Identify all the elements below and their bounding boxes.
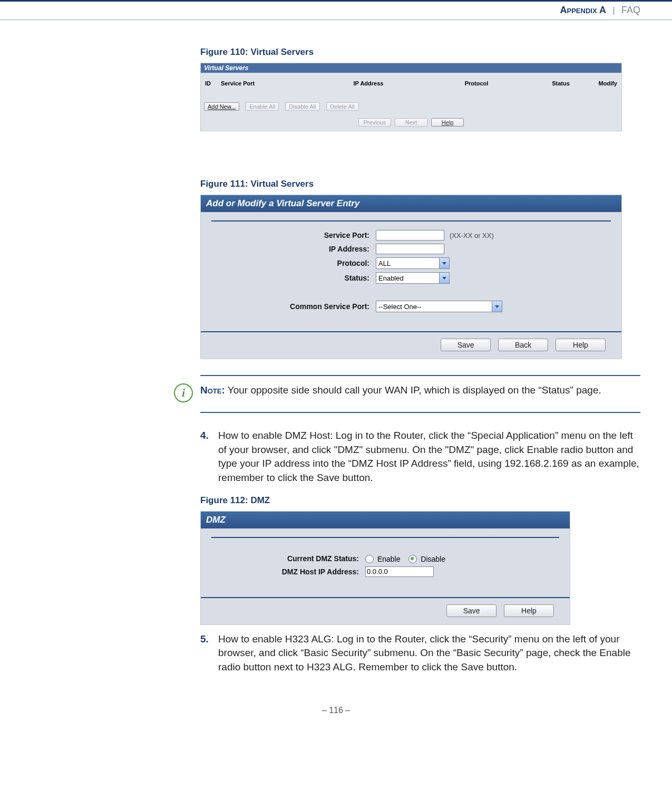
step-4-text: How to enable DMZ Host: Log in to the Ro… (218, 429, 640, 485)
chevron-down-icon (439, 258, 449, 268)
dmz-host-ip-input[interactable] (365, 566, 434, 577)
note-block: i Note: Your opposite side should call y… (174, 383, 640, 402)
note-title: Note: (200, 384, 225, 396)
figure-112-panel: DMZ Current DMZ Status: Enable Disable D… (200, 511, 570, 624)
add-new-button[interactable]: Add New... (204, 102, 239, 111)
save-button[interactable]: Save (441, 339, 491, 351)
fig112-button-row: Save Help (201, 597, 570, 624)
previous-button[interactable]: Previous (358, 118, 391, 127)
enable-radio[interactable] (365, 555, 374, 563)
label-ip-address: IP Address: (211, 245, 376, 253)
step-5-number: 5. (200, 632, 218, 675)
figure-111-panel: Add or Modify a Virtual Server Entry Ser… (200, 195, 622, 359)
col-id: ID (205, 80, 221, 86)
fig110-button-row-1: Add New... Enable All Disable All Delete… (201, 100, 621, 113)
step-4: 4. How to enable DMZ Host: Log in to the… (200, 429, 640, 485)
header-faq: FAQ (621, 5, 640, 15)
col-protocol: Protocol (426, 80, 527, 86)
label-status: Status: (211, 274, 376, 282)
col-status: Status (527, 80, 595, 86)
delete-all-button[interactable]: Delete All (326, 102, 359, 111)
protocol-value: ALL (378, 259, 391, 267)
col-modify: Modify (595, 80, 617, 86)
fig110-panel-title: Virtual Servers (201, 63, 621, 73)
figure-110-panel: Virtual Servers ID Service Port IP Addre… (200, 63, 622, 131)
chevron-down-icon (492, 301, 502, 312)
header-separator: | (612, 6, 615, 15)
common-service-port-value: --Select One-- (378, 303, 422, 311)
fig110-column-headers: ID Service Port IP Address Protocol Stat… (201, 73, 621, 95)
disable-all-button[interactable]: Disable All (285, 102, 319, 111)
step-4-number: 4. (200, 429, 218, 485)
label-common-service-port: Common Service Port: (211, 302, 376, 311)
next-button[interactable]: Next (395, 118, 427, 127)
figure-110-title: Figure 110: Virtual Servers (200, 47, 640, 57)
page-header: Appendix A | FAQ (0, 0, 672, 21)
disable-radio[interactable] (408, 555, 417, 563)
step-5: 5. How to enable H323 ALG: Log in to the… (200, 632, 640, 675)
label-current-dmz-status: Current DMZ Status: (211, 554, 365, 563)
fig110-button-row-2: Previous Next Help (201, 113, 621, 131)
step-5-text: How to enable H323 ALG: Log in to the Ro… (218, 632, 640, 675)
figure-111-title: Figure 111: Virtual Servers (200, 179, 640, 189)
note-text: Your opposite side should call your WAN … (225, 384, 601, 396)
enable-radio-label: Enable (377, 555, 401, 563)
protocol-select[interactable]: ALL (376, 257, 450, 269)
chevron-down-icon (439, 273, 449, 283)
page-number: – 116 – (0, 706, 672, 715)
figure-112-title: Figure 112: DMZ (200, 495, 640, 506)
col-ip-address: IP Address (310, 80, 426, 86)
fig112-panel-title: DMZ (201, 512, 570, 528)
service-port-input[interactable] (376, 230, 444, 241)
service-port-hint: (XX-XX or XX) (450, 232, 494, 239)
fig111-button-row: Save Back Help (201, 331, 621, 359)
help-button[interactable]: Help (556, 339, 606, 351)
status-value: Enabled (378, 274, 404, 282)
help-button[interactable]: Help (431, 118, 464, 127)
save-button[interactable]: Save (446, 604, 496, 617)
common-service-port-select[interactable]: --Select One-- (376, 301, 502, 312)
status-select[interactable]: Enabled (376, 272, 450, 284)
info-icon: i (174, 383, 193, 402)
help-button[interactable]: Help (504, 604, 554, 617)
disable-radio-label: Disable (421, 555, 445, 563)
label-dmz-host-ip: DMZ Host IP Address: (211, 567, 365, 576)
enable-all-button[interactable]: Enable All (246, 102, 279, 111)
back-button[interactable]: Back (498, 339, 548, 351)
header-appendix: Appendix A (560, 5, 606, 15)
label-protocol: Protocol: (211, 259, 376, 267)
col-service-port: Service Port (221, 80, 310, 86)
ip-address-input[interactable] (376, 244, 444, 254)
label-service-port: Service Port: (211, 231, 376, 239)
fig111-panel-title: Add or Modify a Virtual Server Entry (201, 195, 621, 212)
